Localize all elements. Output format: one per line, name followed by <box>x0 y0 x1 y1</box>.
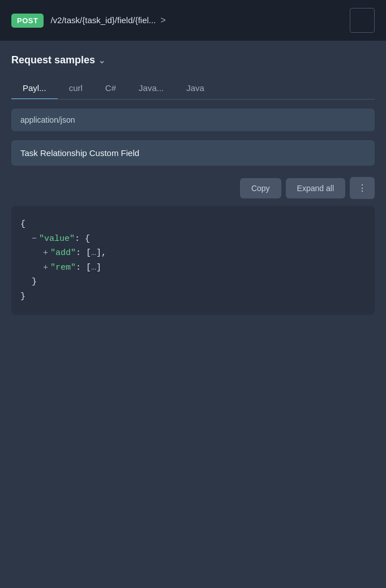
sample-selector[interactable]: Task Relationship Custom Field <box>11 140 375 166</box>
expand-add-operator[interactable]: + <box>43 246 48 261</box>
expand-rem-operator[interactable]: + <box>43 261 48 275</box>
content-type-selector[interactable]: application/json <box>11 109 375 131</box>
code-block: { − "value" : { + "add" : [ … ], + "rem"… <box>11 206 375 315</box>
top-bar: POST /v2/task/{task_id}/field/{fiel... > <box>0 0 386 41</box>
tab-java1[interactable]: Java... <box>127 77 175 100</box>
copy-button[interactable]: Copy <box>240 178 281 198</box>
top-bar-action[interactable] <box>350 8 375 33</box>
code-line-2: − "value" : { <box>20 232 366 247</box>
http-method-badge: POST <box>11 14 44 28</box>
collapse-operator[interactable]: − <box>32 232 37 247</box>
code-line-4: + "rem" : [ … ] <box>20 261 366 275</box>
code-line-5: } <box>20 275 366 289</box>
more-options-button[interactable]: ⋮ <box>350 177 375 199</box>
tab-csharp[interactable]: C# <box>94 77 127 100</box>
expand-all-button[interactable]: Expand all <box>286 178 345 198</box>
code-line-1: { <box>20 217 366 232</box>
section-title[interactable]: Request samples ⌄ <box>11 54 375 66</box>
code-line-6: } <box>20 289 366 304</box>
code-line-3: + "add" : [ … ], <box>20 246 366 261</box>
endpoint-path: /v2/task/{task_id}/field/{fiel... > <box>50 15 343 25</box>
action-buttons-row: Copy Expand all ⋮ <box>11 177 375 199</box>
endpoint-arrow: > <box>161 15 166 25</box>
tab-payload[interactable]: Payl... <box>11 77 58 100</box>
request-samples-section: Request samples ⌄ Payl... curl C# Java..… <box>0 41 386 315</box>
main-content: Request samples ⌄ Payl... curl C# Java..… <box>0 41 386 315</box>
tabs-container: Payl... curl C# Java... Java <box>11 77 375 100</box>
tab-curl[interactable]: curl <box>58 77 94 100</box>
chevron-down-icon: ⌄ <box>98 56 105 65</box>
tab-java2[interactable]: Java <box>175 77 216 100</box>
